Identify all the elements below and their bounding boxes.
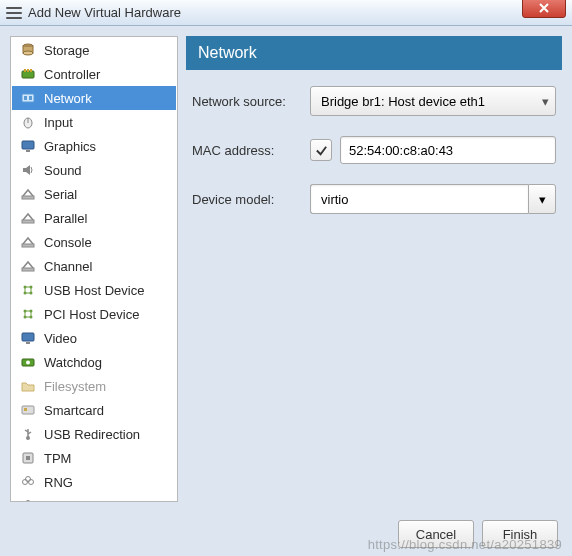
sidebar-item-label: Input <box>44 115 73 130</box>
mouse-icon <box>20 114 36 130</box>
device-model-row: Device model: virtio ▾ <box>192 184 556 214</box>
sidebar-item-video[interactable]: Video <box>12 326 176 350</box>
sidebar-item-label: Watchdog <box>44 355 102 370</box>
main-panel: Network Network source: Bridge br1: Host… <box>186 36 562 502</box>
nic-icon <box>20 90 36 106</box>
panel-title: Network <box>186 36 562 70</box>
speaker-icon <box>20 162 36 178</box>
sidebar-item-filesystem: Filesystem <box>12 374 176 398</box>
sidebar-item-label: Serial <box>44 187 77 202</box>
sidebar-item-input[interactable]: Input <box>12 110 176 134</box>
sidebar-item-label: TPM <box>44 451 71 466</box>
sidebar-item-label: Storage <box>44 43 90 58</box>
svg-rect-7 <box>22 94 34 102</box>
sidebar-item-label: Network <box>44 91 92 106</box>
sidebar-item-label: Channel <box>44 259 92 274</box>
svg-point-37 <box>29 480 34 485</box>
sidebar-item-console[interactable]: Console <box>12 230 176 254</box>
mac-address-input[interactable]: 52:54:00:c8:a0:43 <box>340 136 556 164</box>
controller-icon <box>20 66 36 82</box>
network-source-row: Network source: Bridge br1: Host device … <box>192 86 556 116</box>
checkmark-icon <box>315 144 328 157</box>
svg-rect-4 <box>24 69 26 72</box>
sidebar-item-label: Video <box>44 331 77 346</box>
display-icon <box>20 138 36 154</box>
svg-rect-8 <box>24 96 27 100</box>
mac-address-value: 52:54:00:c8:a0:43 <box>349 143 453 158</box>
folder-icon <box>20 378 36 394</box>
sidebar-item-label: USB Host Device <box>44 283 144 298</box>
cancel-button[interactable]: Cancel <box>398 520 474 548</box>
display-icon <box>20 330 36 346</box>
rng-icon <box>20 498 36 502</box>
sidebar-item-label: Graphics <box>44 139 96 154</box>
svg-point-29 <box>26 361 30 365</box>
svg-rect-13 <box>26 150 30 152</box>
smartcard-icon <box>20 402 36 418</box>
sidebar-item-sound[interactable]: Sound <box>12 158 176 182</box>
sidebar-item-panic-notifier[interactable]: Panic Notifier <box>12 494 176 502</box>
host-icon <box>20 282 36 298</box>
svg-rect-31 <box>24 408 27 411</box>
svg-rect-6 <box>30 69 32 72</box>
sidebar-item-label: Panic Notifier <box>44 499 121 503</box>
port-icon <box>20 210 36 226</box>
tpm-icon <box>20 450 36 466</box>
watchdog-icon <box>20 354 36 370</box>
port-icon <box>20 234 36 250</box>
network-source-label: Network source: <box>192 94 302 109</box>
sidebar-item-label: Parallel <box>44 211 87 226</box>
device-model-combo[interactable]: virtio ▾ <box>310 184 556 214</box>
port-icon <box>20 186 36 202</box>
svg-rect-3 <box>22 71 34 78</box>
usb-icon <box>20 426 36 442</box>
sidebar-item-storage[interactable]: Storage <box>12 38 176 62</box>
sidebar-item-serial[interactable]: Serial <box>12 182 176 206</box>
svg-point-36 <box>23 480 28 485</box>
sidebar-item-label: Console <box>44 235 92 250</box>
dialog-content: StorageControllerNetworkInputGraphicsSou… <box>0 26 572 512</box>
close-icon <box>539 3 549 13</box>
svg-rect-17 <box>22 268 34 271</box>
sidebar-item-tpm[interactable]: TPM <box>12 446 176 470</box>
network-form: Network source: Bridge br1: Host device … <box>186 70 562 220</box>
sidebar-item-label: Smartcard <box>44 403 104 418</box>
sidebar-item-controller[interactable]: Controller <box>12 62 176 86</box>
svg-rect-27 <box>26 342 30 344</box>
dialog-footer: Cancel Finish <box>0 512 572 556</box>
close-button[interactable] <box>522 0 566 18</box>
window-title: Add New Virtual Hardware <box>28 5 181 20</box>
sidebar-item-usb-redirection[interactable]: USB Redirection <box>12 422 176 446</box>
device-model-value: virtio <box>321 192 348 207</box>
sidebar-item-watchdog[interactable]: Watchdog <box>12 350 176 374</box>
sidebar-item-smartcard[interactable]: Smartcard <box>12 398 176 422</box>
svg-rect-16 <box>22 244 34 247</box>
mac-enable-checkbox[interactable] <box>310 139 332 161</box>
svg-point-38 <box>26 477 31 482</box>
disk-icon <box>20 42 36 58</box>
sidebar-item-parallel[interactable]: Parallel <box>12 206 176 230</box>
svg-rect-5 <box>27 69 29 72</box>
sidebar-item-label: Filesystem <box>44 379 106 394</box>
svg-rect-26 <box>22 333 34 341</box>
sidebar-item-channel[interactable]: Channel <box>12 254 176 278</box>
hardware-type-list[interactable]: StorageControllerNetworkInputGraphicsSou… <box>10 36 178 502</box>
sidebar-item-graphics[interactable]: Graphics <box>12 134 176 158</box>
svg-rect-30 <box>22 406 34 414</box>
sidebar-item-network[interactable]: Network <box>12 86 176 110</box>
sidebar-item-rng[interactable]: RNG <box>12 470 176 494</box>
svg-rect-15 <box>22 220 34 223</box>
sidebar-item-usb-host-device[interactable]: USB Host Device <box>12 278 176 302</box>
chevron-down-icon: ▾ <box>542 94 549 109</box>
sidebar-item-label: Controller <box>44 67 100 82</box>
network-source-dropdown[interactable]: Bridge br1: Host device eth1 ▾ <box>310 86 556 116</box>
device-model-dropdown-button[interactable]: ▾ <box>528 184 556 214</box>
window-icon <box>6 7 22 19</box>
device-model-label: Device model: <box>192 192 302 207</box>
sidebar-item-label: USB Redirection <box>44 427 140 442</box>
mac-address-label: MAC address: <box>192 143 302 158</box>
finish-button[interactable]: Finish <box>482 520 558 548</box>
network-source-value: Bridge br1: Host device eth1 <box>321 94 485 109</box>
sidebar-item-pci-host-device[interactable]: PCI Host Device <box>12 302 176 326</box>
host-icon <box>20 306 36 322</box>
